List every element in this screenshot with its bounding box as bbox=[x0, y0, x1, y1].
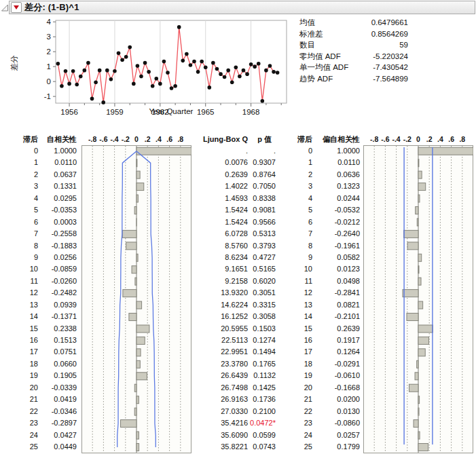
data-point bbox=[177, 25, 181, 29]
data-point bbox=[272, 70, 276, 74]
acf-header: 自相关性 bbox=[34, 134, 77, 145]
data-point bbox=[249, 62, 253, 67]
p-cell: 0.2100 bbox=[239, 406, 276, 417]
lag-cell: 20 bbox=[285, 382, 312, 394]
data-point bbox=[64, 69, 68, 73]
lag-cell: 1 bbox=[285, 157, 312, 168]
data-point bbox=[234, 65, 238, 69]
stat-row: 零均值 ADF-5.220324 bbox=[299, 51, 408, 62]
data-point bbox=[264, 69, 268, 73]
pacf-bar bbox=[418, 301, 423, 309]
data-point bbox=[132, 82, 136, 86]
stat-value: 0.6479661 bbox=[371, 17, 408, 29]
acf-bar bbox=[135, 278, 136, 285]
data-point bbox=[56, 62, 60, 66]
pacf-cell: -0.0291 bbox=[317, 358, 360, 370]
pacf-cell: 0.1917 bbox=[317, 335, 360, 346]
pacf-cell: 0.0200 bbox=[317, 394, 360, 405]
lag-cell: 4 bbox=[285, 193, 312, 204]
pacf-cell: 0.0130 bbox=[317, 406, 360, 417]
report-title-bar[interactable]: 差分: (1-B)^1 bbox=[9, 1, 475, 14]
stat-value: 59 bbox=[399, 39, 408, 51]
p-cell: 0.5165 bbox=[239, 263, 276, 275]
pacf-lag-header: 滞后 bbox=[285, 134, 312, 145]
pacf-cell: 0.0244 bbox=[317, 193, 360, 204]
ts-x-axis-label: Year.Quarter bbox=[56, 107, 287, 115]
p-cell: 0.1765 bbox=[239, 358, 276, 370]
stat-label: 标准差 bbox=[299, 29, 323, 40]
pacf-cell: -0.2640 bbox=[317, 228, 360, 240]
data-point bbox=[200, 60, 204, 64]
data-point bbox=[98, 69, 102, 73]
acf-cell: 0.1513 bbox=[34, 335, 77, 346]
pacf-bar-chart bbox=[363, 145, 473, 453]
axis-tick-label: .2 bbox=[426, 134, 433, 145]
red-triangle-menu-button[interactable] bbox=[11, 2, 22, 13]
lag-cell: 2 bbox=[285, 169, 312, 181]
axis-tick-label: .8 bbox=[459, 134, 465, 145]
acf-cell: 0.0637 bbox=[34, 169, 77, 181]
axis-tick-label: -.6 bbox=[381, 134, 389, 145]
lag-cell: 23 bbox=[285, 417, 312, 429]
stat-row: 趋势 ADF-7.564899 bbox=[299, 73, 408, 85]
pacf-cell: 0.0498 bbox=[317, 276, 360, 287]
acf-cell: -0.1883 bbox=[34, 240, 77, 252]
lag-cell: 5 bbox=[285, 204, 312, 216]
p-value-header: p 值 bbox=[239, 134, 272, 145]
data-point bbox=[139, 75, 143, 79]
data-point bbox=[67, 82, 71, 86]
pacf-cell: -0.1961 bbox=[317, 240, 360, 252]
acf-bar bbox=[136, 396, 139, 404]
stat-value: 0.8564269 bbox=[371, 29, 408, 40]
lag-cell: 15 bbox=[285, 323, 312, 335]
lag-cell: 6 bbox=[285, 216, 312, 228]
data-point bbox=[86, 61, 90, 65]
acf-cell: -0.2482 bbox=[34, 287, 77, 299]
p-cell: 0.9566 bbox=[239, 216, 276, 228]
p-cell: 0.8764 bbox=[239, 169, 276, 181]
pacf-bar bbox=[404, 230, 418, 238]
stat-value: -7.430542 bbox=[373, 62, 408, 73]
data-point bbox=[105, 69, 109, 73]
lag-cell: 3 bbox=[285, 181, 312, 192]
stat-value: -7.564899 bbox=[373, 73, 408, 85]
pacf-bar bbox=[418, 443, 428, 451]
data-point bbox=[79, 75, 83, 79]
pacf-bar bbox=[418, 254, 422, 261]
pacf-cell: 0.1323 bbox=[317, 181, 360, 192]
pacf-bar bbox=[418, 396, 420, 404]
acf-bar bbox=[136, 349, 141, 356]
data-point bbox=[120, 58, 124, 62]
lag-cell: 19 bbox=[285, 370, 312, 381]
pacf-bar bbox=[418, 195, 420, 202]
lag-cell: 18 bbox=[285, 358, 312, 370]
p-cell: 0.0599 bbox=[239, 430, 276, 441]
data-point bbox=[147, 70, 151, 74]
red-triangle-icon bbox=[14, 5, 19, 10]
pacf-cell: -0.0860 bbox=[317, 417, 360, 429]
outline-disclosure-icon[interactable] bbox=[1, 3, 9, 12]
stat-row: 数目59 bbox=[299, 39, 408, 51]
data-point bbox=[192, 60, 196, 64]
acf-cell: 0.0660 bbox=[34, 358, 77, 370]
svg-text:0: 0 bbox=[47, 77, 51, 86]
p-cell: 0.6020 bbox=[239, 276, 276, 287]
svg-text:1: 1 bbox=[47, 62, 51, 71]
stat-value: -5.220324 bbox=[373, 51, 408, 62]
acf-cell: -0.2558 bbox=[34, 228, 77, 240]
acf-cell: -0.2897 bbox=[34, 417, 77, 429]
acf-bar bbox=[129, 314, 136, 321]
p-cell: 0.3051 bbox=[239, 287, 276, 299]
pacf-cell: 0.0110 bbox=[317, 157, 360, 168]
data-point bbox=[151, 84, 155, 88]
pacf-bar bbox=[418, 349, 425, 356]
stat-label: 均值 bbox=[299, 17, 315, 29]
lag-cell: 22 bbox=[285, 406, 312, 417]
data-point bbox=[215, 67, 219, 71]
acf-bar bbox=[136, 301, 142, 309]
pacf-cell: -0.1668 bbox=[317, 382, 360, 394]
svg-text:2: 2 bbox=[47, 48, 51, 56]
data-point bbox=[204, 65, 208, 69]
acf-bar bbox=[136, 147, 191, 155]
data-point bbox=[253, 64, 257, 69]
